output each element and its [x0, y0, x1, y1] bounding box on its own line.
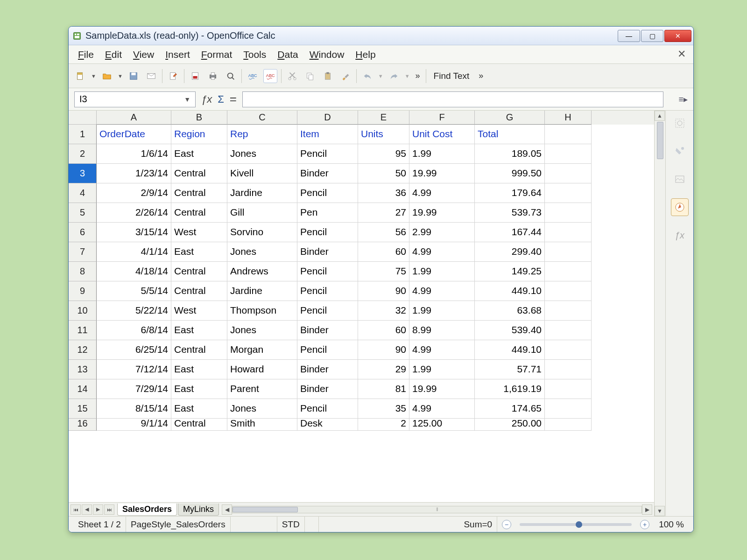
row-header[interactable]: 9	[69, 281, 97, 301]
row-header[interactable]: 15	[69, 399, 97, 419]
cell[interactable]: 19.99	[409, 379, 475, 399]
column-header-A[interactable]: A	[97, 111, 171, 125]
undo-icon[interactable]	[360, 69, 374, 83]
cell[interactable]	[545, 379, 592, 399]
zoom-in-button[interactable]: +	[640, 520, 649, 529]
row-header[interactable]: 1	[69, 125, 97, 144]
menu-view[interactable]: View	[128, 47, 159, 62]
horizontal-scrollbar[interactable]: ◀ ⦀ ▶	[222, 504, 652, 515]
cell[interactable]: 179.64	[475, 183, 545, 203]
cell[interactable]: East	[171, 144, 227, 164]
menu-insert[interactable]: Insert	[161, 47, 195, 62]
equals-icon[interactable]: =	[230, 92, 237, 106]
cell[interactable]: Units	[358, 125, 409, 144]
cell[interactable]: 56	[358, 223, 409, 242]
cell[interactable]: Andrews	[227, 262, 297, 281]
tab-last-button[interactable]: ⏭	[104, 504, 114, 515]
row-header[interactable]: 5	[69, 203, 97, 223]
cell[interactable]: Parent	[227, 379, 297, 399]
scroll-down-button[interactable]: ▼	[655, 506, 665, 516]
row-header[interactable]: 6	[69, 223, 97, 242]
cell[interactable]: Pencil	[297, 262, 358, 281]
cell[interactable]: 60	[358, 321, 409, 340]
zoom-slider[interactable]	[520, 523, 632, 526]
dropdown-arrow-icon[interactable]: ▼	[405, 73, 410, 79]
cell[interactable]	[545, 125, 592, 144]
scroll-right-button[interactable]: ▶	[642, 504, 652, 515]
row-header[interactable]: 14	[69, 379, 97, 399]
toolbar-overflow-icon[interactable]: »	[414, 71, 422, 81]
select-all-corner[interactable]	[69, 111, 97, 125]
column-header-B[interactable]: B	[171, 111, 227, 125]
cell[interactable]: 2.99	[409, 223, 475, 242]
spreadsheet-grid[interactable]: ABCDEFGH 1OrderDateRegionRepItemUnitsUni…	[69, 111, 654, 516]
find-text-label[interactable]: Find Text	[430, 71, 473, 81]
dropdown-arrow-icon[interactable]: ▼	[118, 73, 123, 79]
cell[interactable]: Region	[171, 125, 227, 144]
cell[interactable]: 2/9/14	[97, 183, 171, 203]
cell[interactable]: 3/15/14	[97, 223, 171, 242]
cell[interactable]: Central	[171, 203, 227, 223]
cell[interactable]: 81	[358, 379, 409, 399]
scroll-left-button[interactable]: ◀	[222, 504, 232, 515]
cell[interactable]: Smith	[227, 419, 297, 431]
cell[interactable]: Morgan	[227, 340, 297, 360]
cell[interactable]: 4.99	[409, 183, 475, 203]
cell[interactable]: East	[171, 360, 227, 379]
cell[interactable]: 1.99	[409, 144, 475, 164]
cell[interactable]: Gill	[227, 203, 297, 223]
pdf-icon[interactable]	[188, 69, 202, 83]
cell[interactable]: East	[171, 379, 227, 399]
cell[interactable]: 7/12/14	[97, 360, 171, 379]
cell[interactable]: Pencil	[297, 281, 358, 301]
cell[interactable]: Jardine	[227, 183, 297, 203]
redo-icon[interactable]	[387, 69, 401, 83]
edit-icon[interactable]	[166, 69, 180, 83]
cell[interactable]	[545, 223, 592, 242]
cell[interactable]: 2/26/14	[97, 203, 171, 223]
cell[interactable]: Jardine	[227, 281, 297, 301]
cell[interactable]: Pencil	[297, 144, 358, 164]
zoom-out-button[interactable]: −	[502, 520, 511, 529]
cell[interactable]: 1.99	[409, 360, 475, 379]
copy-icon[interactable]	[303, 69, 317, 83]
cell[interactable]: 999.50	[475, 164, 545, 183]
cell[interactable]: 189.05	[475, 144, 545, 164]
row-header[interactable]: 2	[69, 144, 97, 164]
cell[interactable]: Binder	[297, 379, 358, 399]
minimize-button[interactable]: —	[618, 30, 640, 42]
cell[interactable]: Central	[171, 183, 227, 203]
titlebar[interactable]: SampleData.xls (read-only) - OpenOffice …	[69, 27, 693, 45]
cell[interactable]: 449.10	[475, 340, 545, 360]
cell[interactable]: Central	[171, 419, 227, 431]
column-header-H[interactable]: H	[545, 111, 592, 125]
cell[interactable]	[545, 419, 592, 431]
menu-window[interactable]: Window	[305, 47, 349, 62]
cell[interactable]: 29	[358, 360, 409, 379]
cell[interactable]	[545, 399, 592, 419]
cell[interactable]: Central	[171, 281, 227, 301]
cell[interactable]: 60	[358, 242, 409, 262]
cell[interactable]: 5/22/14	[97, 301, 171, 321]
menu-edit[interactable]: Edit	[100, 47, 127, 62]
cell[interactable]: 6/8/14	[97, 321, 171, 340]
cell[interactable]: 35	[358, 399, 409, 419]
cell[interactable]: Pen	[297, 203, 358, 223]
cell[interactable]: 125.00	[409, 419, 475, 431]
menu-format[interactable]: Format	[197, 47, 237, 62]
status-mode[interactable]: STD	[277, 517, 305, 532]
open-icon[interactable]	[100, 69, 114, 83]
spellcheck-icon[interactable]: ABC	[246, 69, 260, 83]
cell[interactable]: 4.99	[409, 340, 475, 360]
cell[interactable]: Binder	[297, 321, 358, 340]
cell[interactable]: Pencil	[297, 301, 358, 321]
cell[interactable]: 1/6/14	[97, 144, 171, 164]
cell[interactable]	[545, 301, 592, 321]
save-icon[interactable]	[127, 69, 141, 83]
cell[interactable]: 1,619.19	[475, 379, 545, 399]
cell[interactable]: 36	[358, 183, 409, 203]
properties-icon[interactable]	[671, 114, 689, 132]
cell[interactable]: 449.10	[475, 281, 545, 301]
navigator-icon[interactable]	[671, 198, 689, 216]
row-header[interactable]: 13	[69, 360, 97, 379]
